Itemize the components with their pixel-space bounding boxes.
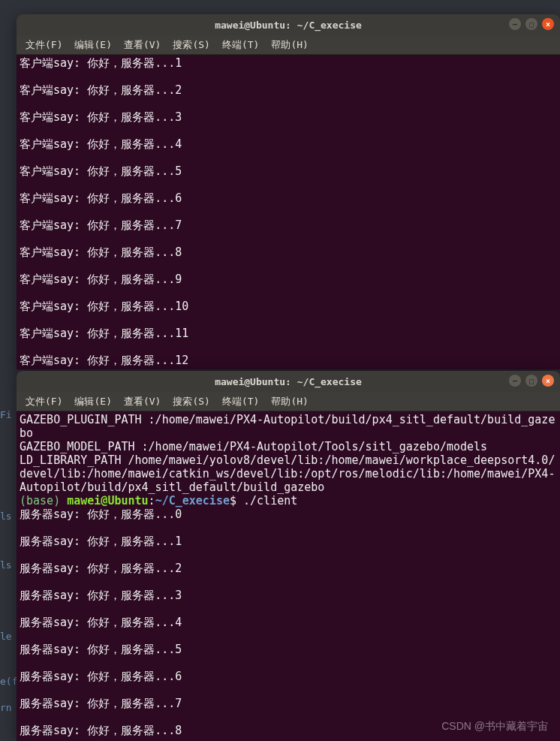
close-icon[interactable]: × xyxy=(542,375,554,387)
bg-code-fragment: Fi xyxy=(0,409,12,420)
output-line xyxy=(20,151,557,164)
output-line: 客户端say: 你好，服务器...1 xyxy=(20,56,557,70)
output-line: 服务器say: 你好，服务器...5 xyxy=(20,643,557,656)
output-line xyxy=(20,602,557,616)
menu-item[interactable]: 查看(V) xyxy=(119,393,165,410)
menu-item[interactable]: 文件(F) xyxy=(21,393,67,410)
menu-item[interactable]: 搜索(S) xyxy=(168,393,214,410)
menu-item[interactable]: 编辑(E) xyxy=(70,37,116,53)
bg-code-fragment: e(f xyxy=(0,676,17,687)
output-line xyxy=(20,232,557,245)
output-line: 服务器say: 你好，服务器...7 xyxy=(20,697,557,710)
window-title: mawei@Ubuntu: ~/C_execise xyxy=(215,376,362,387)
output-line xyxy=(20,205,557,218)
prompt-env: (base) xyxy=(20,494,67,508)
output-line: 客户端say: 你好，服务器...2 xyxy=(20,83,557,97)
output-line xyxy=(20,313,557,327)
output-line: 客户端say: 你好，服务器...11 xyxy=(20,327,557,340)
menubar: 文件(F)编辑(E)查看(V)搜索(S)终端(T)帮助(H) xyxy=(17,35,560,55)
output-line: 客户端say: 你好，服务器...5 xyxy=(20,164,557,178)
window-title: mawei@Ubuntu: ~/C_execise xyxy=(215,20,362,31)
output-line: 客户端say: 你好，服务器...9 xyxy=(20,273,557,286)
output-line xyxy=(20,629,557,643)
output-line: 客户端say: 你好，服务器...7 xyxy=(20,218,557,232)
output-line: 客户端say: 你好，服务器...8 xyxy=(20,245,557,259)
bg-code-fragment: rn xyxy=(0,702,12,713)
env-line: GAZEBO_PLUGIN_PATH :/home/mawei/PX4-Auto… xyxy=(20,413,557,440)
close-icon[interactable]: × xyxy=(542,18,554,30)
output-line xyxy=(20,124,557,137)
bg-code-fragment: ls xyxy=(0,511,12,522)
menu-item[interactable]: 终端(T) xyxy=(218,393,263,410)
bg-code-fragment: ls xyxy=(0,559,12,571)
output-line xyxy=(20,340,557,354)
output-line: 服务器say: 你好，服务器...2 xyxy=(20,562,557,575)
terminal-window-client[interactable]: mawei@Ubuntu: ~/C_execise – □ × 文件(F)编辑(… xyxy=(17,371,560,741)
output-line: 服务器say: 你好，服务器...3 xyxy=(20,589,557,602)
output-line: 客户端say: 你好，服务器...10 xyxy=(20,300,557,313)
command-text: ./client xyxy=(243,494,297,508)
terminal-output[interactable]: GAZEBO_PLUGIN_PATH :/home/mawei/PX4-Auto… xyxy=(17,411,560,739)
output-line: 服务器say: 你好，服务器...0 xyxy=(20,508,557,521)
menu-item[interactable]: 文件(F) xyxy=(21,37,67,53)
titlebar[interactable]: mawei@Ubuntu: ~/C_execise – □ × xyxy=(17,371,560,392)
minimize-icon[interactable]: – xyxy=(509,18,521,30)
output-line xyxy=(20,521,557,535)
output-line xyxy=(20,178,557,191)
terminal-window-server[interactable]: mawei@Ubuntu: ~/C_execise – □ × 文件(F)编辑(… xyxy=(17,14,560,369)
bg-code-fragment: le xyxy=(0,631,12,642)
output-line: 服务器say: 你好，服务器...1 xyxy=(20,535,557,548)
menu-item[interactable]: 帮助(H) xyxy=(266,37,312,53)
env-line: LD_LIBRARY_PATH /home/mawei/yolov8/devel… xyxy=(20,453,557,494)
menubar: 文件(F)编辑(E)查看(V)搜索(S)终端(T)帮助(H) xyxy=(17,392,560,411)
prompt-line: (base) mawei@Ubuntu:~/C_execise$ ./clien… xyxy=(20,494,557,508)
menu-item[interactable]: 编辑(E) xyxy=(70,393,116,410)
output-line xyxy=(20,259,557,273)
prompt-user: mawei@Ubuntu xyxy=(67,494,148,508)
output-line xyxy=(20,70,557,83)
output-line xyxy=(20,548,557,562)
output-line xyxy=(20,575,557,589)
output-line: 服务器say: 你好，服务器...6 xyxy=(20,670,557,683)
output-line: 服务器say: 你好，服务器...4 xyxy=(20,616,557,629)
env-line: GAZEBO_MODEL_PATH :/home/mawei/PX4-Autop… xyxy=(20,440,557,453)
output-line: 客户端say: 你好，服务器...6 xyxy=(20,191,557,205)
output-line: 客户端say: 你好，服务器...3 xyxy=(20,110,557,124)
terminal-output[interactable]: 客户端say: 你好，服务器...1客户端say: 你好，服务器...2客户端s… xyxy=(17,55,560,369)
output-line xyxy=(20,683,557,697)
watermark: CSDN @书中藏着宇宙 xyxy=(441,720,548,733)
maximize-icon[interactable]: □ xyxy=(525,18,537,30)
menu-item[interactable]: 帮助(H) xyxy=(266,393,312,410)
output-line xyxy=(20,97,557,110)
maximize-icon[interactable]: □ xyxy=(525,375,537,387)
menu-item[interactable]: 搜索(S) xyxy=(168,37,214,53)
prompt-path: ~/C_execise xyxy=(155,494,230,508)
titlebar[interactable]: mawei@Ubuntu: ~/C_execise – □ × xyxy=(17,14,560,35)
output-line xyxy=(20,286,557,300)
menu-item[interactable]: 查看(V) xyxy=(119,37,165,53)
minimize-icon[interactable]: – xyxy=(509,375,521,387)
output-line: 客户端say: 你好，服务器...4 xyxy=(20,137,557,151)
output-line xyxy=(20,656,557,670)
menu-item[interactable]: 终端(T) xyxy=(218,37,263,53)
output-line: 客户端say: 你好，服务器...12 xyxy=(20,354,557,367)
